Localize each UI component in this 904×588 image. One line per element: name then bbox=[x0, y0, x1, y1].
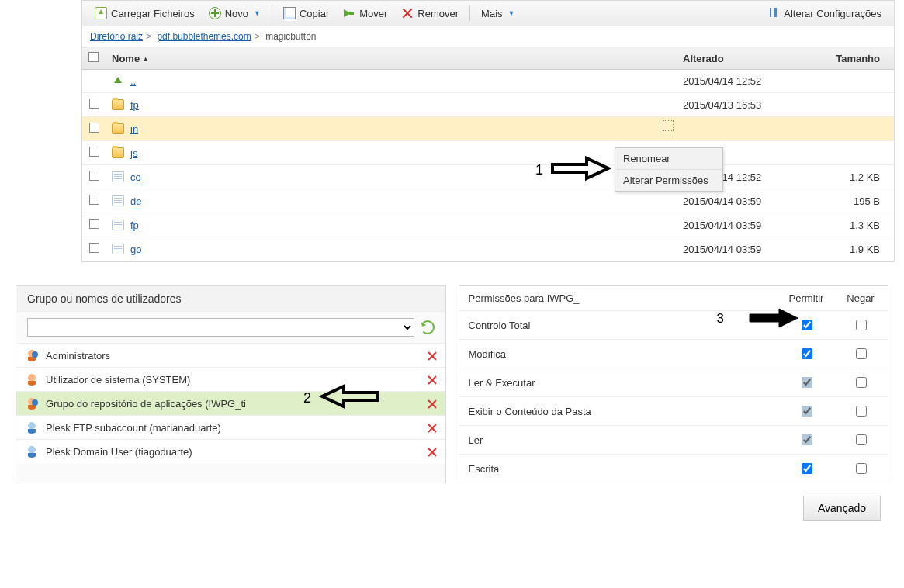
deny-checkbox[interactable] bbox=[856, 320, 867, 330]
plus-icon bbox=[209, 7, 221, 19]
table-row[interactable]: co2015/04/14 12:521.2 KB bbox=[82, 165, 894, 189]
row-size bbox=[809, 117, 894, 141]
breadcrumb-root[interactable]: Diretório raiz bbox=[90, 31, 143, 42]
user-row[interactable]: Administrators bbox=[16, 343, 445, 367]
user-icon bbox=[26, 373, 38, 386]
file-icon bbox=[112, 171, 124, 182]
deny-checkbox[interactable] bbox=[856, 434, 867, 445]
table-row[interactable]: ..2015/04/14 12:52 bbox=[82, 70, 894, 93]
deny-checkbox[interactable] bbox=[856, 377, 867, 388]
upload-button[interactable]: Carregar Ficheiros bbox=[90, 5, 199, 22]
file-icon bbox=[112, 244, 124, 254]
more-button[interactable]: Mais▼ bbox=[476, 5, 519, 22]
up-icon bbox=[112, 76, 124, 87]
settings-icon bbox=[767, 7, 780, 19]
table-row[interactable]: fp2015/04/14 03:591.3 KB bbox=[82, 213, 894, 237]
breadcrumb-domain[interactable]: pdf.bubblethemes.com bbox=[157, 31, 251, 42]
row-name[interactable]: .. bbox=[130, 75, 136, 87]
copy-icon bbox=[283, 7, 296, 19]
move-button[interactable]: Mover bbox=[338, 5, 392, 22]
user-icon bbox=[26, 421, 38, 434]
allow-checkbox[interactable] bbox=[802, 463, 812, 474]
user-row[interactable]: Plesk Domain User (tiagoduarte) bbox=[16, 439, 445, 463]
permission-row: Escrita bbox=[459, 455, 888, 483]
deny-checkbox[interactable] bbox=[856, 463, 867, 474]
new-label: Novo bbox=[225, 8, 248, 19]
row-checkbox[interactable] bbox=[89, 147, 99, 157]
row-checkbox[interactable] bbox=[89, 243, 99, 253]
permission-row: Exibir o Conteúdo da Pasta bbox=[459, 397, 888, 426]
row-modified bbox=[677, 117, 809, 141]
col-deny: Negar bbox=[833, 286, 888, 311]
remove-user-icon[interactable] bbox=[427, 375, 438, 386]
toolbar: Carregar Ficheiros Novo▼ Copiar Mover Re… bbox=[82, 0, 894, 26]
context-rename[interactable]: Renomear bbox=[615, 148, 722, 170]
folder-icon bbox=[112, 99, 124, 110]
row-checkbox[interactable] bbox=[89, 123, 99, 133]
row-name[interactable]: js bbox=[130, 147, 137, 159]
row-name[interactable]: fp bbox=[130, 99, 139, 111]
row-checkbox[interactable] bbox=[89, 171, 99, 181]
user-row[interactable]: Grupo do repositório de aplicações (IWPG… bbox=[16, 391, 445, 415]
allow-checkbox[interactable] bbox=[802, 377, 812, 388]
user-icon bbox=[26, 445, 38, 458]
users-list: AdministratorsUtilizador de sistema (SYS… bbox=[16, 343, 445, 463]
row-name[interactable]: co bbox=[130, 171, 141, 183]
user-row[interactable]: Plesk FTP subaccount (marianaduarte) bbox=[16, 415, 445, 439]
table-row[interactable]: in bbox=[82, 117, 894, 141]
permission-row: Modifica bbox=[459, 340, 888, 368]
permission-row: Controlo Total bbox=[459, 311, 888, 340]
settings-button[interactable]: Alterar Configurações bbox=[763, 5, 886, 22]
file-icon bbox=[112, 195, 124, 206]
file-grid: Nome▲ Alterado Tamanho ..2015/04/14 12:5… bbox=[82, 47, 894, 261]
advanced-button[interactable]: Avançado bbox=[803, 496, 881, 521]
row-size bbox=[809, 70, 894, 93]
upload-icon bbox=[95, 7, 107, 19]
refresh-icon[interactable] bbox=[421, 320, 435, 334]
col-modified[interactable]: Alterado bbox=[677, 47, 809, 70]
table-row[interactable]: js bbox=[82, 141, 894, 165]
context-trigger-icon[interactable] bbox=[663, 120, 674, 131]
remove-user-icon[interactable] bbox=[427, 423, 438, 434]
file-manager: Carregar Ficheiros Novo▼ Copiar Mover Re… bbox=[81, 0, 895, 262]
row-name[interactable]: go bbox=[130, 244, 141, 255]
users-select[interactable] bbox=[27, 318, 414, 337]
move-icon bbox=[343, 7, 355, 19]
allow-checkbox[interactable] bbox=[802, 348, 812, 359]
row-name[interactable]: de bbox=[130, 195, 141, 207]
new-button[interactable]: Novo▼ bbox=[204, 5, 265, 22]
row-name[interactable]: fp bbox=[130, 220, 139, 231]
context-change-permissions[interactable]: Alterar Permissões bbox=[615, 170, 722, 191]
permission-label: Controlo Total bbox=[459, 311, 780, 340]
table-row[interactable]: go2015/04/14 03:591.9 KB bbox=[82, 237, 894, 261]
remove-user-icon[interactable] bbox=[427, 399, 438, 410]
deny-checkbox[interactable] bbox=[856, 348, 867, 359]
row-checkbox[interactable] bbox=[89, 219, 99, 229]
remove-button[interactable]: Remover bbox=[397, 5, 463, 22]
table-row[interactable]: de2015/04/14 03:59195 B bbox=[82, 189, 894, 213]
deny-checkbox[interactable] bbox=[856, 406, 867, 417]
user-label: Plesk Domain User (tiagoduarte) bbox=[46, 446, 192, 458]
row-size: 1.9 KB bbox=[809, 237, 894, 261]
row-name[interactable]: in bbox=[130, 123, 138, 135]
copy-label: Copiar bbox=[300, 8, 329, 19]
user-row[interactable]: Utilizador de sistema (SYSTEM) bbox=[16, 367, 445, 391]
row-checkbox[interactable] bbox=[89, 195, 99, 205]
row-modified: 2015/04/14 03:59 bbox=[677, 237, 809, 261]
allow-checkbox[interactable] bbox=[802, 434, 812, 445]
remove-user-icon[interactable] bbox=[427, 351, 438, 361]
table-row[interactable]: fp2015/04/13 16:53 bbox=[82, 93, 894, 117]
row-checkbox[interactable] bbox=[89, 99, 99, 109]
select-all-checkbox[interactable] bbox=[88, 52, 99, 62]
upload-label: Carregar Ficheiros bbox=[111, 8, 195, 19]
col-name[interactable]: Nome▲ bbox=[106, 47, 677, 70]
remove-user-icon[interactable] bbox=[427, 447, 438, 458]
permission-label: Ler bbox=[459, 426, 780, 455]
row-size: 1.3 KB bbox=[809, 213, 894, 237]
permission-label: Ler & Executar bbox=[459, 368, 780, 397]
col-size[interactable]: Tamanho bbox=[809, 47, 894, 70]
user-icon bbox=[26, 349, 38, 361]
copy-button[interactable]: Copiar bbox=[279, 5, 334, 22]
allow-checkbox[interactable] bbox=[802, 320, 812, 330]
allow-checkbox[interactable] bbox=[802, 406, 812, 417]
